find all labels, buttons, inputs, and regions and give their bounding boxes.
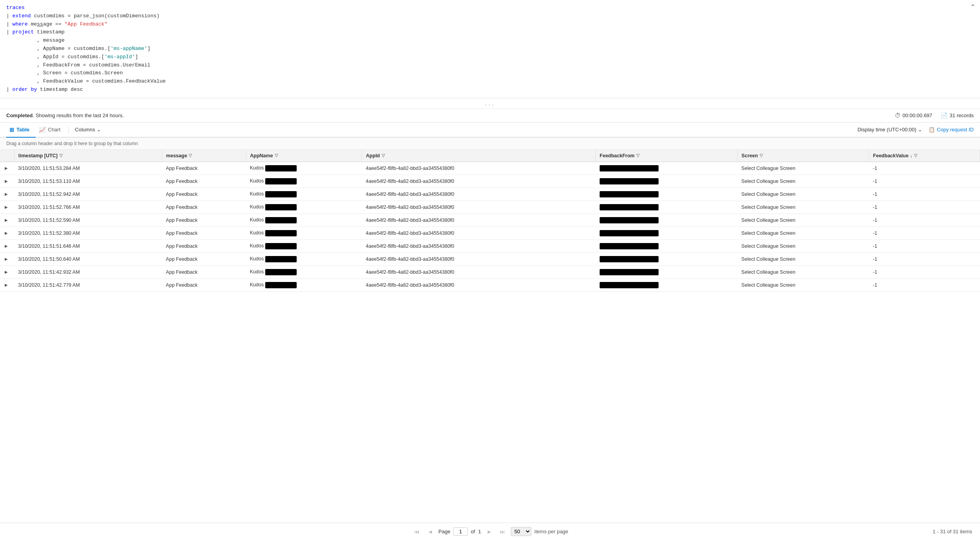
th-feedbackfrom-label: FeedbackFrom — [600, 153, 635, 158]
range-label: 1 - 31 of 31 items — [933, 529, 972, 534]
cell-feedbackvalue: -1 — [869, 278, 980, 291]
expand-row-button[interactable]: ▶ — [4, 217, 9, 223]
th-message[interactable]: message ▽ — [162, 150, 246, 162]
th-expand — [0, 150, 14, 162]
cell-message: App Feedback — [162, 162, 246, 175]
table-row: ▶3/10/2020, 11:51:52.590 AMApp FeedbackK… — [0, 214, 980, 227]
filter-icon-message[interactable]: ▽ — [189, 153, 192, 158]
cell-appname: Kudos — [246, 188, 362, 201]
copy-icon: 📋 — [929, 127, 935, 133]
tab-table-label: Table — [17, 127, 29, 133]
records-display: 📄 31 records — [940, 112, 974, 119]
tab-table[interactable]: ⊞ Table — [6, 123, 36, 138]
columns-label: Columns — [75, 127, 95, 133]
page-number-input[interactable] — [453, 527, 468, 536]
prev-page-button[interactable]: ◄ — [425, 527, 435, 536]
cell-appid: 4aee54f2-f8fb-4a82-bbd3-aa34554380f0 — [362, 227, 596, 240]
drag-hint-text: Drag a column header and drop it here to… — [6, 141, 138, 146]
status-detail: . Showing results from the last 24 hours… — [33, 112, 124, 118]
cell-screen: Select Colleague Screen — [738, 240, 869, 252]
cell-screen: Select Colleague Screen — [738, 227, 869, 240]
expand-row-button[interactable]: ▶ — [4, 269, 9, 275]
appname-redacted — [265, 269, 297, 275]
doc-icon: 📄 — [940, 112, 948, 119]
cell-feedbackfrom — [596, 265, 738, 278]
cell-message: App Feedback — [162, 227, 246, 240]
of-label: of — [471, 529, 475, 534]
cell-timestamp: 3/10/2020, 11:51:52.766 AM — [14, 201, 162, 214]
cell-appid: 4aee54f2-f8fb-4a82-bbd3-aa34554380f0 — [362, 252, 596, 265]
code-editor: ⌃ traces | extend customdims = parse_jso… — [0, 0, 980, 98]
next-page-button[interactable]: ► — [484, 527, 494, 536]
expand-row-button[interactable]: ▶ — [4, 204, 9, 210]
cell-appid: 4aee54f2-f8fb-4a82-bbd3-aa34554380f0 — [362, 265, 596, 278]
data-table-wrapper[interactable]: timestamp [UTC] ▽ message ▽ AppName ▽ — [0, 150, 980, 523]
filter-icon-timestamp[interactable]: ▽ — [59, 153, 62, 158]
cell-feedbackvalue: -1 — [869, 201, 980, 214]
cell-feedbackvalue: -1 — [869, 162, 980, 175]
filter-icon-feedbackvalue[interactable]: ▽ — [914, 153, 917, 158]
appname-redacted — [265, 191, 297, 197]
cell-feedbackvalue: -1 — [869, 175, 980, 188]
table-row: ▶3/10/2020, 11:51:42.779 AMApp FeedbackK… — [0, 278, 980, 291]
th-appid[interactable]: AppId ▽ — [362, 150, 596, 162]
display-time-button[interactable]: Display time (UTC+00:00) ⌄ — [857, 127, 922, 133]
cell-screen: Select Colleague Screen — [738, 201, 869, 214]
th-feedbackvalue[interactable]: FeedbackValue ↓ ▽ — [869, 150, 980, 162]
cell-message: App Feedback — [162, 188, 246, 201]
cell-timestamp: 3/10/2020, 11:51:51.646 AM — [14, 240, 162, 252]
cell-feedbackfrom — [596, 188, 738, 201]
table-row: ▶3/10/2020, 11:51:42.932 AMApp FeedbackK… — [0, 265, 980, 278]
cell-appname: Kudos — [246, 227, 362, 240]
total-pages-label: 1 — [478, 529, 481, 534]
first-page-button[interactable]: ⏮ — [412, 527, 422, 536]
expand-row-button[interactable]: ▶ — [4, 191, 9, 197]
filter-icon-screen[interactable]: ▽ — [760, 153, 763, 158]
th-timestamp[interactable]: timestamp [UTC] ▽ — [14, 150, 162, 162]
th-screen[interactable]: Screen ▽ — [738, 150, 869, 162]
last-page-button[interactable]: ⏭ — [497, 527, 508, 536]
appname-redacted — [265, 256, 297, 262]
filter-icon-appid[interactable]: ▽ — [382, 153, 385, 158]
cell-feedbackvalue: -1 — [869, 227, 980, 240]
expand-row-button[interactable]: ▶ — [4, 230, 9, 236]
expand-row-button[interactable]: ▶ — [4, 282, 9, 288]
th-timestamp-label: timestamp [UTC] — [18, 153, 58, 158]
cell-timestamp: 3/10/2020, 11:51:53.284 AM — [14, 162, 162, 175]
cell-message: App Feedback — [162, 214, 246, 227]
appname-redacted — [265, 243, 297, 249]
cell-message: App Feedback — [162, 252, 246, 265]
copy-request-button[interactable]: 📋 Copy request ID — [929, 127, 974, 133]
filter-icon-feedbackfrom[interactable]: ▽ — [636, 153, 639, 158]
cell-screen: Select Colleague Screen — [738, 278, 869, 291]
cell-feedbackfrom — [596, 201, 738, 214]
cell-appid: 4aee54f2-f8fb-4a82-bbd3-aa34554380f0 — [362, 188, 596, 201]
th-feedbackfrom[interactable]: FeedbackFrom ▽ — [596, 150, 738, 162]
table-row: ▶3/10/2020, 11:51:51.646 AMApp FeedbackK… — [0, 240, 980, 252]
appname-redacted — [265, 282, 297, 288]
expand-row-button[interactable]: ▶ — [4, 256, 9, 262]
collapse-button[interactable]: ⌃ — [970, 3, 975, 11]
expand-row-button[interactable]: ▶ — [4, 178, 9, 184]
cell-feedbackvalue: -1 — [869, 265, 980, 278]
feedbackfrom-redacted — [600, 217, 659, 223]
th-appid-label: AppId — [366, 153, 380, 158]
table-row: ▶3/10/2020, 11:51:53.284 AMApp FeedbackK… — [0, 162, 980, 175]
per-page-select[interactable]: 50 100 200 — [511, 527, 531, 536]
table-row: ▶3/10/2020, 11:51:50.640 AMApp FeedbackK… — [0, 252, 980, 265]
expand-row-button[interactable]: ▶ — [4, 243, 9, 249]
th-appname[interactable]: AppName ▽ — [246, 150, 362, 162]
status-right: ⏱ 00:00:00.697 📄 31 records — [895, 112, 974, 119]
filter-icon-appname[interactable]: ▽ — [275, 153, 278, 158]
tab-chart[interactable]: 📈 Chart — [36, 123, 67, 138]
columns-button[interactable]: Columns ⌄ — [70, 123, 106, 136]
cell-appname: Kudos — [246, 175, 362, 188]
cell-feedbackfrom — [596, 214, 738, 227]
table-body: ▶3/10/2020, 11:51:53.284 AMApp FeedbackK… — [0, 162, 980, 291]
expand-row-button[interactable]: ▶ — [4, 165, 9, 171]
cell-appname: Kudos — [246, 201, 362, 214]
drag-hint: Drag a column header and drop it here to… — [0, 138, 980, 150]
cell-feedbackfrom — [596, 252, 738, 265]
sort-icon-feedbackvalue[interactable]: ↓ — [910, 153, 912, 158]
cell-screen: Select Colleague Screen — [738, 252, 869, 265]
